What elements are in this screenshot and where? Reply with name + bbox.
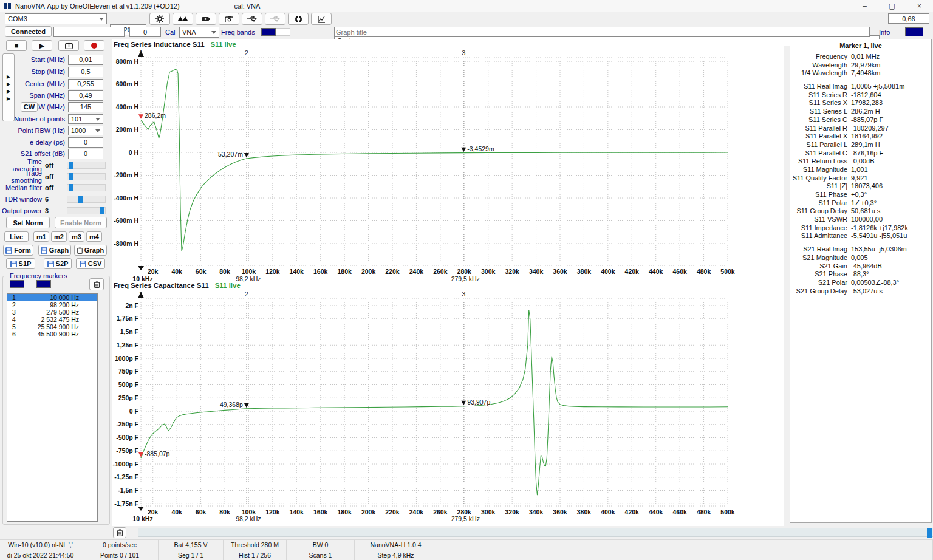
center-field[interactable] <box>68 79 103 89</box>
slider-handle[interactable] <box>69 162 73 169</box>
y-axis-label: -1000p F <box>112 460 138 468</box>
cw-field[interactable] <box>68 102 103 112</box>
memory-live-button[interactable]: Live <box>4 231 29 242</box>
chart-window-button[interactable] <box>311 13 332 25</box>
frequency-marker-row[interactable]: 42 532 475 Hz <box>7 316 97 323</box>
slider-handle[interactable] <box>78 196 83 203</box>
marker-frequency: 25 504 900 Hz <box>23 323 79 330</box>
memory-m1-button[interactable]: m1 <box>33 231 49 242</box>
copy-graph-button[interactable]: Graph <box>74 245 107 256</box>
readout-label: S21 Polar <box>790 279 851 287</box>
marker-color-swatch-2[interactable] <box>36 280 51 288</box>
usb-disconnect-button <box>265 13 285 25</box>
marker-panel-row: S11 Admittance-5,5491u -j55,051u <box>790 232 931 241</box>
marker-color-swatch-1[interactable] <box>10 280 24 288</box>
marker-number: 2 <box>7 301 23 309</box>
screenshot-button[interactable] <box>219 13 239 25</box>
save-form-button[interactable]: Form <box>3 245 33 256</box>
graph-title-field[interactable] <box>334 27 870 37</box>
window-title: NanoVNA-App by OneOfEleven et al v1.1.20… <box>15 2 180 10</box>
scrollbar-handle[interactable] <box>927 528 932 538</box>
span-field[interactable] <box>68 90 103 101</box>
stop-button[interactable]: ■ <box>6 40 27 51</box>
slider-track[interactable] <box>67 162 106 169</box>
close-button[interactable]: × <box>906 0 933 12</box>
frequency-marker-row[interactable]: 525 504 900 Hz <box>7 323 97 330</box>
readout-value: 18164,992 <box>851 132 931 141</box>
slider-track[interactable] <box>67 173 106 180</box>
cal-mode-select[interactable]: VNA <box>179 27 219 38</box>
cal-label: Cal <box>165 29 176 36</box>
address-field[interactable] <box>53 27 125 37</box>
record-button[interactable] <box>84 40 104 51</box>
scale-value-field[interactable] <box>888 13 929 24</box>
minimize-button[interactable]: – <box>851 0 878 12</box>
readout-value: 1,0005 +j5,5081m <box>851 83 931 91</box>
info-color-swatch[interactable] <box>905 27 923 36</box>
x-tick-label: 220k <box>385 508 400 516</box>
x-tick-label: 320k <box>505 508 519 516</box>
start-field[interactable] <box>68 55 103 65</box>
marker-number: 5 <box>7 323 23 330</box>
edelay-field[interactable] <box>68 137 103 148</box>
marker-panel-row: S11 Real Imag1,0005 +j5,5081m <box>790 83 931 91</box>
com-port-value: COM3 <box>8 15 97 22</box>
frequency-marker-row[interactable]: 110 000 Hz <box>7 294 97 301</box>
trace-marker-value: -885,07p <box>145 450 170 457</box>
target-button[interactable] <box>288 13 309 25</box>
slider-track[interactable] <box>67 207 106 214</box>
slider-handle[interactable] <box>69 173 73 180</box>
clear-history-button[interactable] <box>113 527 126 538</box>
battery-status-button[interactable] <box>196 13 216 25</box>
memory-m4-button[interactable]: m4 <box>86 231 102 242</box>
rbw-select[interactable]: 1000 <box>68 126 103 135</box>
cw-button[interactable]: CW <box>21 102 38 112</box>
frequency-marker-row[interactable]: 3279 500 Hz <box>7 309 97 316</box>
slider-handle[interactable] <box>69 184 73 191</box>
trace-marker-icon <box>244 153 249 158</box>
freq-bands-color-swatch[interactable] <box>261 28 276 36</box>
x-tick-label: 400k <box>601 508 615 516</box>
retry-count-field[interactable] <box>129 27 161 37</box>
frequency-marker-row[interactable]: 298 200 Hz <box>7 301 97 309</box>
marker-panel-row: S11 Return Loss-0,00dB <box>790 157 931 166</box>
memory-m3-button[interactable]: m3 <box>69 231 84 242</box>
marker-panel-row: S11 VSWR100000,00 <box>790 216 931 224</box>
export-csv-label: CSV <box>88 260 102 267</box>
freq-bands-color-swatch-2[interactable] <box>276 28 290 36</box>
marker-panel-row: S11 Quality Factor9,921 <box>790 174 931 183</box>
com-port-select[interactable]: COM3 <box>5 13 107 24</box>
export-csv-button[interactable]: CSV <box>76 258 105 269</box>
settings-button[interactable] <box>149 13 170 25</box>
export-s1p-button[interactable]: S1P <box>6 258 35 269</box>
maximize-button[interactable]: ▢ <box>878 0 906 12</box>
slider-handle[interactable] <box>100 207 104 214</box>
single-sweep-button[interactable] <box>58 40 79 51</box>
set-norm-button[interactable]: Set Norm <box>6 217 50 228</box>
y-axis-label: 800m H <box>116 58 138 65</box>
marker-panel-row: S21 Group Delay-53,027u s <box>790 287 931 296</box>
marker-number-label: 2 <box>245 49 248 56</box>
x-tick-label: 60k <box>196 268 207 275</box>
y-axis-label: 1,25n F <box>117 341 139 349</box>
scale-up-button[interactable] <box>173 13 193 25</box>
save-graph-button[interactable]: Graph <box>38 245 71 256</box>
s21-offset-field[interactable] <box>68 149 103 159</box>
run-button[interactable]: ▶ <box>32 40 52 51</box>
x-tick-label: 40k <box>171 268 182 275</box>
slider-track[interactable] <box>67 196 106 203</box>
export-s2p-button[interactable]: S2P <box>44 258 72 269</box>
slider-track[interactable] <box>67 184 106 191</box>
points-select[interactable]: 101 <box>68 114 103 124</box>
slider-row-4: Output power3 <box>0 205 112 216</box>
marker-panel-row: S11 |Z|18073,406 <box>790 182 931 191</box>
frequency-marker-row[interactable]: 645 500 900 Hz <box>7 330 97 338</box>
connected-button[interactable]: Connected <box>5 26 52 37</box>
usb-connect-button[interactable] <box>242 13 262 25</box>
history-scrollbar[interactable] <box>138 528 933 537</box>
frequency-marker-list[interactable]: 110 000 Hz298 200 Hz3279 500 Hz42 532 47… <box>7 293 98 522</box>
memory-m2-button[interactable]: m2 <box>51 231 67 242</box>
x-tick-label: 440k <box>649 268 663 275</box>
stop-field[interactable] <box>68 67 103 77</box>
clear-markers-button[interactable] <box>89 278 104 290</box>
